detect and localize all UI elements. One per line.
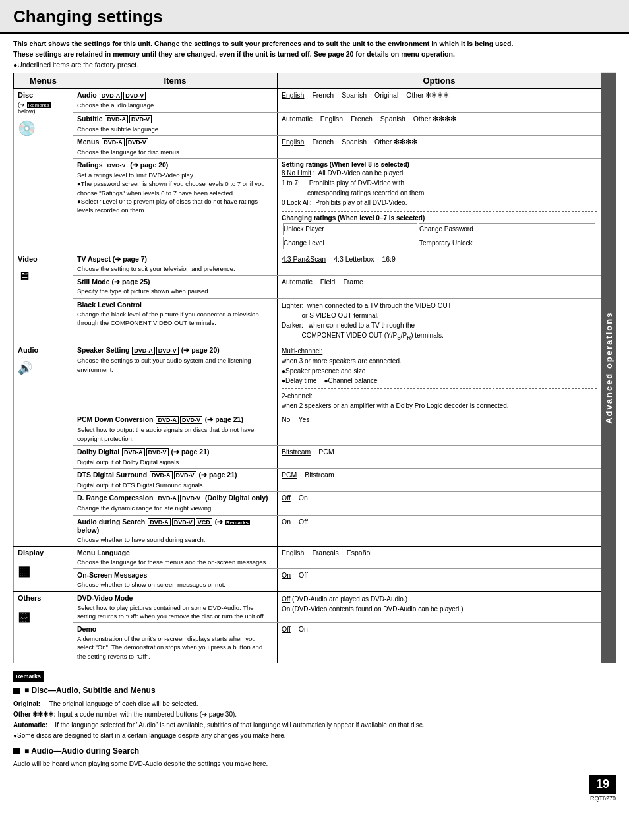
table-row: Menus DVD-ADVD-V Choose the language for… xyxy=(14,135,601,158)
rqt-code: RQT6270 xyxy=(590,795,616,802)
options-disc-audio: English French Spanish Original Other ✻✻… xyxy=(278,89,601,112)
table-row: Audio 🔊 Speaker Setting DVD-ADVD-V (➔ pa… xyxy=(14,344,601,413)
item-display-menulang: Menu Language Choose the language for th… xyxy=(73,547,278,569)
options-audio-dolby: Bitstream PCM xyxy=(278,445,601,468)
item-disc-ratings: Ratings DVD-V (➔ page 20) Set a ratings … xyxy=(73,159,278,253)
item-others-dvdmode: DVD-Video Mode Select how to play pictur… xyxy=(73,591,278,623)
settings-table: Menus Items Options Disc (➔ Remarksbelow… xyxy=(13,73,601,663)
item-audio-speaker: Speaker Setting DVD-ADVD-V (➔ page 20) C… xyxy=(73,344,278,413)
sidebar-advanced-operations: Advanced operations xyxy=(601,73,616,663)
options-disc-menus: English French Spanish Other ✻✻✻✻ xyxy=(278,135,601,158)
item-display-onscreen: On-Screen Messages Choose whether to sho… xyxy=(73,569,278,591)
remarks-section2-text: Audio will be heard when playing some DV… xyxy=(13,759,616,769)
remarks-automatic: Automatic: If the language selected for … xyxy=(13,720,616,731)
menus-video: Video 🖥 xyxy=(14,253,73,344)
page-title: Changing settings xyxy=(13,7,616,27)
options-others-demo: Off On xyxy=(278,623,601,663)
remarks-section: Remarks ■ Disc—Audio, Subtitle and Menus… xyxy=(0,666,629,775)
options-audio-search: On Off xyxy=(278,515,601,546)
remarks-original: Original: The original language of each … xyxy=(13,699,616,709)
options-audio-dts: PCM Bitstream xyxy=(278,469,601,492)
item-others-demo: Demo A demonstration of the unit's on-sc… xyxy=(73,623,278,663)
menus-disc: Disc (➔ Remarksbelow) 💿 xyxy=(14,89,73,253)
table-row: Black Level Control Change the black lev… xyxy=(14,298,601,344)
page-header: Changing settings xyxy=(0,0,629,34)
page-number: 19 xyxy=(589,775,616,794)
header-menus: Menus xyxy=(14,73,73,89)
header-items: Items xyxy=(73,73,278,89)
item-disc-audio: Audio DVD-ADVD-V Choose the audio langua… xyxy=(73,89,278,112)
table-row: Display ▦ Menu Language Choose the langu… xyxy=(14,547,601,569)
table-row: On-Screen Messages Choose whether to sho… xyxy=(14,569,601,591)
table-row: Disc (➔ Remarksbelow) 💿 Audio DVD-ADVD-V… xyxy=(14,89,601,112)
table-row: Still Mode (➔ page 25) Specify the type … xyxy=(14,276,601,298)
options-video-blacklevel: Lighter: when connected to a TV through … xyxy=(278,298,601,344)
options-others-dvdmode: Off (DVD-Audio are played as DVD-Audio.)… xyxy=(278,591,601,623)
item-video-stillmode: Still Mode (➔ page 25) Specify the type … xyxy=(73,276,278,298)
remarks-other: Other ✻✻✻✻: Input a code number with the… xyxy=(13,709,616,720)
menus-audio: Audio 🔊 xyxy=(14,344,73,547)
item-audio-dolby: Dolby Digital DVD-ADVD-V (➔ page 21) Dig… xyxy=(73,445,278,468)
table-row: Subtitle DVD-ADVD-V Choose the subtitle … xyxy=(14,112,601,135)
page-footer: 19 RQT6270 xyxy=(0,775,629,808)
menus-others: Others ▩ xyxy=(14,591,73,663)
remarks-bullet: ●Some discs are designed to start in a c… xyxy=(13,731,616,741)
menus-display: Display ▦ xyxy=(14,547,73,592)
options-display-onscreen: On Off xyxy=(278,569,601,591)
options-video-tvaspect: 4:3 Pan&Scan 4:3 Letterbox 16:9 xyxy=(278,253,601,276)
table-row: Video 🖥 TV Aspect (➔ page 7) Choose the … xyxy=(14,253,601,276)
options-disc-ratings: Setting ratings (When level 8 is selecte… xyxy=(278,159,601,253)
options-video-stillmode: Automatic Field Frame xyxy=(278,276,601,298)
item-audio-pcm: PCM Down Conversion DVD-ADVD-V (➔ page 2… xyxy=(73,413,278,446)
intro-line1: This chart shows the settings for this u… xyxy=(13,39,616,60)
item-video-tvaspect: TV Aspect (➔ page 7) Choose the setting … xyxy=(73,253,278,276)
item-audio-drange: D. Range Compression DVD-ADVD-V (Dolby D… xyxy=(73,492,278,515)
options-display-menulang: English Français Español xyxy=(278,547,601,569)
remarks-title-2: ■ Audio—Audio during Search xyxy=(13,745,616,758)
item-disc-menus: Menus DVD-ADVD-V Choose the language for… xyxy=(73,135,278,158)
options-disc-subtitle: Automatic English French Spanish Other ✻… xyxy=(278,112,601,135)
table-row: DTS Digital Surround DVD-ADVD-V (➔ page … xyxy=(14,469,601,492)
item-audio-search: Audio during Search DVD-ADVD-VVCD (➔ Rem… xyxy=(73,515,278,546)
table-row: Ratings DVD-V (➔ page 20) Set a ratings … xyxy=(14,159,601,253)
table-row: Others ▩ DVD-Video Mode Select how to pl… xyxy=(14,591,601,623)
options-audio-speaker: Multi-channel: when 3 or more speakers a… xyxy=(278,344,601,413)
table-row: D. Range Compression DVD-ADVD-V (Dolby D… xyxy=(14,492,601,515)
page-wrapper: Changing settings This chart shows the s… xyxy=(0,0,629,808)
item-disc-subtitle: Subtitle DVD-ADVD-V Choose the subtitle … xyxy=(73,112,278,135)
remarks-badge: Remarks xyxy=(13,671,44,682)
table-row: PCM Down Conversion DVD-ADVD-V (➔ page 2… xyxy=(14,413,601,446)
options-audio-pcm: No Yes xyxy=(278,413,601,446)
table-row: Demo A demonstration of the unit's on-sc… xyxy=(14,623,601,663)
content-area: Menus Items Options Disc (➔ Remarksbelow… xyxy=(0,73,629,666)
table-row: Dolby Digital DVD-ADVD-V (➔ page 21) Dig… xyxy=(14,445,601,468)
item-audio-dts: DTS Digital Surround DVD-ADVD-V (➔ page … xyxy=(73,469,278,492)
item-video-blacklevel: Black Level Control Change the black lev… xyxy=(73,298,278,344)
intro-line3: ●Underlined items are the factory preset… xyxy=(13,60,616,71)
intro-text: This chart shows the settings for this u… xyxy=(0,34,629,73)
options-audio-drange: Off On xyxy=(278,492,601,515)
remarks-title-1: ■ Disc—Audio, Subtitle and Menus xyxy=(13,684,616,697)
table-row: Audio during Search DVD-ADVD-VVCD (➔ Rem… xyxy=(14,515,601,546)
header-options: Options xyxy=(278,73,601,89)
